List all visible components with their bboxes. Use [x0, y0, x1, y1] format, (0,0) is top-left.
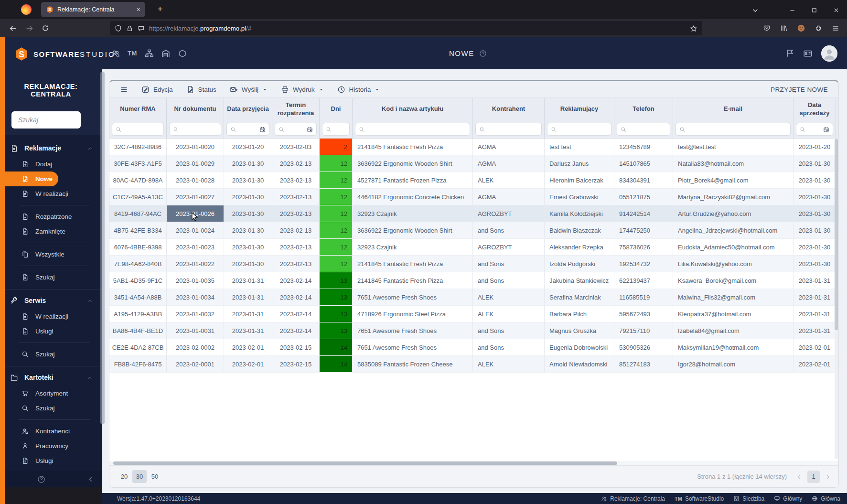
cell-phone[interactable]: 834304391	[614, 172, 673, 189]
cell-phone[interactable]: 055121875	[614, 189, 673, 205]
cell-received[interactable]: 2023-02-01	[224, 339, 272, 356]
cell-contractor[interactable]: ALEK	[473, 356, 545, 373]
cell-email[interactable]: Angelina_Jdrzejewski@hotmail.com	[673, 222, 793, 239]
prev-page-icon[interactable]	[796, 472, 803, 481]
cell-doc[interactable]: 2023-01-0026	[167, 205, 224, 222]
cell-rma[interactable]: 80AC-4A7D-898A	[109, 172, 167, 189]
cell-doc[interactable]: 2023-01-0027	[167, 189, 224, 205]
cell-item[interactable]: 5835089 Fantastic Frozen Cheese	[353, 356, 473, 373]
flag-icon[interactable]	[785, 49, 794, 58]
app-logo[interactable]: S SOFTWARESTUDIO°	[14, 47, 118, 61]
cell-deadline[interactable]: 2023-02-13	[272, 155, 320, 172]
url-text[interactable]: https://reklamacje.programdemo.pl/#	[149, 25, 686, 32]
table-row[interactable]: A195-4129-A3BB2023-01-00322023-01-312023…	[109, 306, 838, 322]
filter-input-days[interactable]	[322, 123, 350, 136]
cell-days[interactable]: 13	[320, 322, 353, 339]
cell-email[interactable]: Kleopatra37@hotmail.com	[673, 306, 793, 322]
help-circle-icon[interactable]	[479, 49, 487, 58]
cell-claimant[interactable]: Hieronim Balcerzak	[545, 172, 614, 189]
sidebar-item-w-realizacji[interactable]: W realizacji	[0, 186, 102, 201]
cell-rma[interactable]: FB8B-42F6-8475	[109, 356, 167, 373]
browser-tab[interactable]: S Reklamacje: Centrala ×	[41, 2, 145, 17]
cell-sale[interactable]: 2023-01-31	[793, 322, 836, 339]
cell-phone[interactable]: 192534732	[614, 256, 673, 272]
cell-email[interactable]: Eudokia_Adamiec50@hotmail.com	[673, 239, 793, 256]
horizontal-scrollbar[interactable]	[109, 461, 838, 465]
cell-claimant[interactable]: Baldwin Błaszczak	[545, 222, 614, 239]
sidebar-item-wszystkie[interactable]: Wszystkie	[0, 247, 102, 262]
sidebar-item-pracownicy[interactable]: Pracownicy	[0, 439, 102, 453]
next-page-icon[interactable]	[825, 472, 831, 481]
cell-item[interactable]: 4718926 Ergonomic Steel Pizza	[353, 306, 473, 322]
cell-sale[interactable]: 2023-02-01	[793, 356, 836, 373]
cell-contractor[interactable]: AGMA	[473, 155, 545, 172]
table-row[interactable]: BA86-4B4F-BE1D2023-01-00312023-01-312023…	[109, 322, 838, 339]
cell-phone[interactable]: 145107865	[614, 155, 673, 172]
cell-received[interactable]: 2023-01-31	[224, 272, 272, 289]
cell-sale[interactable]: 2023-01-30	[793, 155, 836, 172]
cell-received[interactable]: 2023-01-30	[224, 256, 272, 272]
table-row[interactable]: 80AC-4A7D-898A2023-01-00282023-01-302023…	[109, 172, 838, 189]
current-page[interactable]: 1	[807, 471, 820, 483]
cell-email[interactable]: Ksawera_Borek@gmail.com	[673, 272, 793, 289]
cell-days[interactable]: 12	[320, 256, 353, 272]
cell-email[interactable]: Izabela84@gmail.com	[673, 322, 793, 339]
cell-email[interactable]: Maksymilian19@hotmail.com	[673, 339, 793, 356]
cell-email[interactable]: Igor28@hotmail.com	[673, 356, 793, 373]
sidebar-item-asortyment[interactable]: Asortyment	[0, 386, 102, 401]
cell-deadline[interactable]: 2023-02-13	[272, 189, 320, 205]
calendar-icon[interactable]	[823, 125, 829, 134]
filter-input-received[interactable]	[226, 123, 269, 136]
cell-contractor[interactable]: AGROZBYT	[473, 205, 545, 222]
cell-days[interactable]: 2	[320, 139, 353, 155]
avatar[interactable]	[821, 45, 837, 62]
cell-sale[interactable]: 2023-01-31	[793, 272, 836, 289]
cell-rma[interactable]: 8419-4687-94AC	[109, 205, 167, 222]
url-bar[interactable]: https://reklamacje.programdemo.pl/#	[110, 21, 702, 35]
cell-days[interactable]: 13	[320, 272, 353, 289]
cell-email[interactable]: Malwina_Flis32@gmail.com	[673, 289, 793, 306]
cell-days[interactable]: 14	[320, 356, 353, 373]
table-row[interactable]: 5AB1-4D35-9F1C2023-01-00352023-01-312023…	[109, 272, 838, 289]
cell-item[interactable]: 3636922 Ergonomic Wooden Shirt	[353, 155, 473, 172]
statusbar-item-softwarestudio[interactable]: TMSoftwareStudio	[675, 495, 724, 502]
vertical-scrollbar[interactable]	[835, 139, 838, 459]
cell-rma[interactable]: 3451-4A54-A88B	[109, 289, 167, 306]
cell-sale[interactable]: 2023-01-31	[793, 289, 836, 306]
sidebar-section-header-serwis[interactable]: Serwis	[0, 292, 102, 309]
cell-contractor[interactable]: ALEK	[473, 289, 545, 306]
maximize-button[interactable]	[803, 6, 825, 13]
cell-email[interactable]: Artur.Grudzie@yahoo.com	[673, 205, 793, 222]
cell-days[interactable]: 12	[320, 205, 353, 222]
cell-claimant[interactable]: Eugenia Dobrowolski	[545, 339, 614, 356]
filter-input-phone[interactable]	[617, 123, 670, 136]
cell-claimant[interactable]: Kamila Kołodziejski	[545, 205, 614, 222]
collapse-sidebar-icon[interactable]	[87, 475, 94, 483]
cell-deadline[interactable]: 2023-02-03	[272, 139, 320, 155]
wydruk-button[interactable]: Wydruk	[281, 86, 324, 94]
cell-received[interactable]: 2023-01-30	[224, 222, 272, 239]
cell-item[interactable]: 4464182 Ergonomic Concrete Chicken	[353, 189, 473, 205]
sidebar-item-szukaj[interactable]: Szukaj	[0, 401, 102, 416]
cell-days[interactable]: 12	[320, 189, 353, 205]
cell-doc[interactable]: 2023-01-0022	[167, 256, 224, 272]
cell-sale[interactable]: 2023-01-20	[793, 139, 836, 155]
cell-rma[interactable]: 32C7-4892-89B6	[109, 139, 167, 155]
cell-rma[interactable]: A195-4129-A3BB	[109, 306, 167, 322]
cell-days[interactable]: 12	[320, 155, 353, 172]
sidebar-item-szukaj[interactable]: Szukaj	[0, 347, 102, 362]
column-header-contractor[interactable]: Kontrahent	[473, 98, 545, 120]
table-row[interactable]: 4B75-42FE-B3342023-01-00242023-01-302023…	[109, 222, 838, 239]
cell-sale[interactable]: 2023-01-30	[793, 205, 836, 222]
cell-deadline[interactable]: 2023-02-13	[272, 239, 320, 256]
bookmark-star-icon[interactable]	[690, 24, 697, 32]
cell-sale[interactable]: 2023-01-30	[793, 256, 836, 272]
filter-input-claimant[interactable]	[547, 123, 611, 136]
cell-contractor[interactable]: and Sons	[473, 322, 545, 339]
cell-contractor[interactable]: and Sons	[473, 222, 545, 239]
cell-item[interactable]: 7651 Awesome Fresh Shoes	[353, 322, 473, 339]
new-tab-button[interactable]: +	[154, 4, 166, 14]
close-window-button[interactable]	[825, 6, 847, 13]
filter-input-sale[interactable]	[796, 123, 833, 136]
cell-deadline[interactable]: 2023-02-14	[272, 322, 320, 339]
